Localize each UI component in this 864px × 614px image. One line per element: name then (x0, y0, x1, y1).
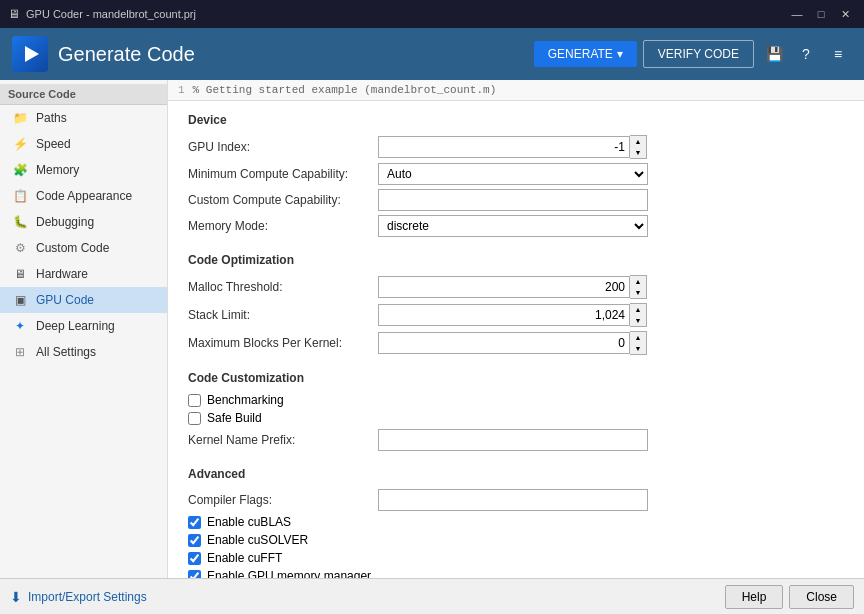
import-export-settings-button[interactable]: Import/Export Settings (28, 590, 147, 604)
title-bar-left: 🖥 GPU Coder - mandelbrot_count.prj (8, 7, 196, 21)
gpu-index-row: GPU Index: ▲ ▼ (188, 135, 844, 159)
generate-label: GENERATE (548, 47, 613, 61)
hardware-label: Hardware (36, 267, 88, 281)
gpu-index-label: GPU Index: (188, 140, 378, 154)
custom-compute-control (378, 189, 648, 211)
kernel-name-prefix-label: Kernel Name Prefix: (188, 433, 378, 447)
enable-gpu-memory-manager-row: Enable GPU memory manager (188, 569, 844, 578)
minimize-button[interactable]: — (786, 3, 808, 25)
generate-dropdown-arrow: ▾ (617, 47, 623, 61)
compiler-flags-input[interactable] (378, 489, 648, 511)
gpu-index-spinners: ▲ ▼ (630, 135, 647, 159)
memory-mode-select[interactable]: discreteunifiedzero-copy (378, 215, 648, 237)
enable-cusolver-row: Enable cuSOLVER (188, 533, 844, 547)
save-icon[interactable]: 💾 (760, 40, 788, 68)
gpu-index-control: ▲ ▼ (378, 135, 648, 159)
page-title: Generate Code (58, 43, 195, 66)
device-section-title: Device (188, 113, 844, 127)
benchmarking-checkbox[interactable] (188, 394, 201, 407)
bottom-bar: ⬇ Import/Export Settings Help Close (0, 578, 864, 614)
sidebar-item-deep-learning[interactable]: ✦ Deep Learning (0, 313, 167, 339)
stack-limit-down[interactable]: ▼ (630, 315, 646, 326)
max-blocks-down[interactable]: ▼ (630, 343, 646, 354)
malloc-up[interactable]: ▲ (630, 276, 646, 287)
verify-code-button[interactable]: VERIFY CODE (643, 40, 754, 68)
sidebar-item-debugging[interactable]: 🐛 Debugging (0, 209, 167, 235)
safe-build-checkbox[interactable] (188, 412, 201, 425)
debugging-icon: 🐛 (12, 214, 28, 230)
sidebar-item-custom-code[interactable]: ⚙ Custom Code (0, 235, 167, 261)
stack-limit-label: Stack Limit: (188, 308, 378, 322)
malloc-threshold-spinners: ▲ ▼ (630, 275, 647, 299)
sidebar-item-all-settings[interactable]: ⊞ All Settings (0, 339, 167, 365)
code-optimization-section-title: Code Optimization (188, 253, 844, 267)
stack-limit-control: ▲ ▼ (378, 303, 648, 327)
enable-cusolver-checkbox[interactable] (188, 534, 201, 547)
enable-cublas-row: Enable cuBLAS (188, 515, 844, 529)
max-blocks-up[interactable]: ▲ (630, 332, 646, 343)
header-icons: 💾 ? ≡ (760, 40, 852, 68)
all-settings-label: All Settings (36, 345, 96, 359)
safe-build-row: Safe Build (188, 411, 844, 425)
compiler-flags-row: Compiler Flags: (188, 489, 844, 511)
memory-mode-control: discreteunifiedzero-copy (378, 215, 648, 237)
custom-code-label: Custom Code (36, 241, 109, 255)
settings-panel: Device GPU Index: ▲ ▼ Minimum Compute Ca… (168, 101, 864, 578)
max-blocks-spinners: ▲ ▼ (630, 331, 647, 355)
gpu-index-down[interactable]: ▼ (630, 147, 646, 158)
benchmarking-row: Benchmarking (188, 393, 844, 407)
sidebar-item-memory[interactable]: 🧩 Memory (0, 157, 167, 183)
malloc-down[interactable]: ▼ (630, 287, 646, 298)
sidebar-item-paths[interactable]: 📁 Paths (0, 105, 167, 131)
malloc-threshold-input[interactable] (378, 276, 630, 298)
custom-code-icon: ⚙ (12, 240, 28, 256)
enable-cublas-checkbox[interactable] (188, 516, 201, 529)
sidebar-item-gpu-code[interactable]: ▣ GPU Code (0, 287, 167, 313)
logo-arrow2 (28, 49, 37, 59)
app-logo (12, 36, 48, 72)
benchmarking-label: Benchmarking (207, 393, 284, 407)
enable-gpu-memory-manager-checkbox[interactable] (188, 570, 201, 579)
kernel-name-prefix-row: Kernel Name Prefix: (188, 429, 844, 451)
paths-icon: 📁 (12, 110, 28, 126)
import-settings-icon: ⬇ (10, 589, 22, 605)
deep-learning-label: Deep Learning (36, 319, 115, 333)
stack-limit-row: Stack Limit: ▲ ▼ (188, 303, 844, 327)
stack-limit-input[interactable] (378, 304, 630, 326)
header-right: GENERATE ▾ VERIFY CODE 💾 ? ≡ (534, 40, 852, 68)
sidebar-item-speed[interactable]: ⚡ Speed (0, 131, 167, 157)
help-icon[interactable]: ? (792, 40, 820, 68)
code-appearance-icon: 📋 (12, 188, 28, 204)
compiler-flags-label: Compiler Flags: (188, 493, 378, 507)
maximize-button[interactable]: □ (810, 3, 832, 25)
generate-button[interactable]: GENERATE ▾ (534, 41, 637, 67)
kernel-name-prefix-input[interactable] (378, 429, 648, 451)
code-preview-text: % Getting started example (mandelbrot_co… (193, 84, 497, 96)
header-left: Generate Code (12, 36, 195, 72)
max-blocks-input[interactable] (378, 332, 630, 354)
custom-compute-input[interactable] (378, 189, 648, 211)
code-preview-bar: 1 % Getting started example (mandelbrot_… (168, 80, 864, 101)
gpu-index-input[interactable] (378, 136, 630, 158)
sidebar: Source Code 📁 Paths ⚡ Speed 🧩 Memory 📋 C… (0, 80, 168, 578)
sidebar-item-code-appearance[interactable]: 📋 Code Appearance (0, 183, 167, 209)
menu-icon[interactable]: ≡ (824, 40, 852, 68)
gpu-index-up[interactable]: ▲ (630, 136, 646, 147)
enable-cufft-checkbox[interactable] (188, 552, 201, 565)
close-settings-button[interactable]: Close (789, 585, 854, 609)
sidebar-item-hardware[interactable]: 🖥 Hardware (0, 261, 167, 287)
memory-label: Memory (36, 163, 79, 177)
enable-cublas-label: Enable cuBLAS (207, 515, 291, 529)
custom-compute-label: Custom Compute Capability: (188, 193, 378, 207)
code-line-number: 1 (178, 84, 185, 96)
close-button[interactable]: ✕ (834, 3, 856, 25)
memory-mode-label: Memory Mode: (188, 219, 378, 233)
stack-limit-up[interactable]: ▲ (630, 304, 646, 315)
enable-cufft-label: Enable cuFFT (207, 551, 282, 565)
title-bar-controls: — □ ✕ (786, 3, 856, 25)
window-title: GPU Coder - mandelbrot_count.prj (26, 8, 196, 20)
help-button[interactable]: Help (725, 585, 784, 609)
deep-learning-icon: ✦ (12, 318, 28, 334)
min-compute-select[interactable]: Auto3.03.55.06.07.0 (378, 163, 648, 185)
malloc-threshold-row: Malloc Threshold: ▲ ▼ (188, 275, 844, 299)
